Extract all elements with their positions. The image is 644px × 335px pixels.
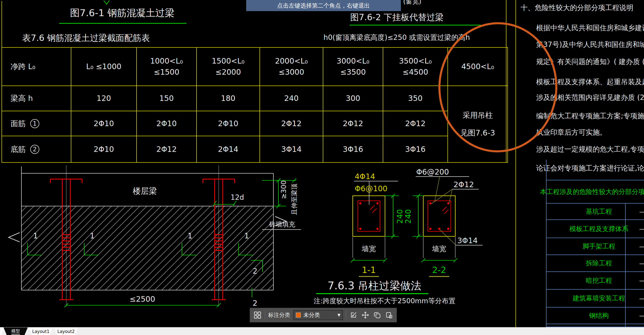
hanging-column-sections-drawing: 4Φ14 Φ6@100 240 墙宽 1-1 Φ6@200 2Φ12 3Φ14 [312,160,494,310]
section-mark-1: 1 [187,231,192,240]
span-text: ≤4500 [403,67,428,78]
section22-wall-width-label: 墙宽 [432,245,446,253]
tabbar-notch [0,327,5,335]
row-label: 建筑幕墙安装工程 [560,294,638,303]
row-label: 拆除工程 [560,259,638,268]
beam-height-cell: 300 [323,86,383,111]
section11-wall-width-label: 墙宽 [362,245,376,253]
section-mark-1: 1 [244,231,249,240]
category-color-swatch [296,313,301,318]
right-panel-line: 第37号)及中华人民共和国住房和城乡建 [536,40,644,49]
top-bar-cell: 2Φ10 [71,111,137,136]
row-header-span: 净跨 L₀ [2,48,71,86]
span-col-5: 3000<L₀≤3500 [323,48,383,86]
span-text: ≤3000 [279,67,304,78]
top-bar-cell: 2Φ10 [197,111,260,136]
toolbar-divider [346,311,346,320]
span-col-1: L₀ ≤1000 [71,48,137,86]
category-dropdown-value: 未分类 [303,311,335,319]
top-bar-cell: 2Φ12 [260,111,323,136]
section-mark-1: 1 [33,231,38,240]
section-mark-2: 2 [252,299,257,308]
detail-763-title: 7.6.3 吊柱过梁做法 [328,280,421,292]
tab-label: Layout1 [32,329,50,334]
section-mark-1: 1 [90,231,94,240]
row-header-bottom-bars: 底筋2 [2,136,71,162]
section22-stirrups-label: Φ6@200 [416,167,449,176]
section22-bottom-bars-label: 3Φ14 [457,236,478,245]
section-2-2: Φ6@200 2Φ12 3Φ14 240 墙宽 2-2 [404,167,482,277]
detail-title-underline [316,293,428,294]
span-text: ≤1500 [154,67,179,78]
section11-240-dim: 240 [395,209,404,224]
row-value-dash: — [639,312,644,319]
section-mark-2: 2 [252,267,257,275]
panel-table-row: 暗挖工程— [546,272,644,290]
right-panel-line: 执业印章后方可实施。 [536,128,607,137]
extend-to-beam-top-label: 且伸至梁顶 [291,184,298,215]
row-label: 梁高 h [11,93,33,104]
row-label: 模板工程及支撑体系 [560,225,638,233]
paste-icon[interactable] [385,310,394,320]
row-label: 钢结构 [560,311,638,320]
panel-table-row: 建筑幕墙安装工程— [546,290,644,308]
tab-layout1[interactable]: Layout1 [29,327,53,335]
detail-note: 注:跨度较大时吊柱按不大于2500mm等分布置 [314,297,455,305]
annotation-toolbar: 标注分类 未分类 ▼ [250,308,397,322]
panel-table-row: 基坑工程— [546,204,644,220]
top-bar-cell: 2Φ12 [323,111,383,136]
circled-2-badge: 2 [30,145,39,154]
tab-label: Layout2 [57,329,75,334]
right-panel-heading: 十、危险性较大的分部分项工程说明 [521,3,633,13]
panel-table-row: 模板工程及支撑体系— [546,220,644,238]
dangerous-works-table: 本工程涉及的危险性较大的分部分项工程 基坑工程— 模板工程及支撑体系— 脚手架工… [546,180,644,327]
row-label: 底筋 [11,144,26,155]
bottom-bar-cell: 2Φ14 [197,136,260,162]
right-panel-line: 涉及超过一定规模的危大工程,专项施工 [536,145,644,154]
span-text: 2000<L₀ [275,55,308,67]
floor-beam-label: 楼层梁 [133,186,157,196]
bottom-bar-cell: 3Φ14 [260,136,323,162]
section-1-1: 4Φ14 Φ6@100 240 墙宽 1-1 [351,172,404,277]
panel-table-leader-line [546,160,546,180]
copy-icon[interactable] [373,310,382,320]
figure1-title: 图7.6-1 钢筋混凝土过梁 [70,7,174,19]
cad-application-window: { "app": { "tooltip": "点击左键选择第二个角点，右键退出"… [0,0,644,335]
tab-model[interactable]: 模型 [4,327,28,335]
figure2-partial-label: (窗宽) [403,0,421,6]
status-bar: 模型 Layout1 Layout2 [0,327,644,335]
span-text: 3000<L₀ [337,55,369,67]
span-text: ≤3500 [340,67,366,78]
bottom-bar-cell: 2Φ12 [137,136,197,162]
section11-title: 1-1 [362,265,376,275]
bottom-bar-cell: 3Φ16 [383,136,448,162]
category-dropdown[interactable]: 未分类 ▼ [293,310,343,320]
row-value-dash: — [639,243,644,250]
row-value-dash: — [639,260,644,267]
span-text: 3500<L₀ [399,55,432,67]
row-label: 脚手架工程 [560,242,638,251]
dim-300-label: ≥300 [280,180,287,199]
row-label: 暗挖工程 [560,276,638,285]
panel-table-row: 拆除工程— [546,255,644,272]
masonry-hatch [22,206,273,290]
tab-label: 模型 [11,328,20,334]
row-value-dash: — [639,295,644,302]
tab-layout2[interactable]: Layout2 [54,327,78,335]
lintel-elevation-drawing: 楼层梁 12d 1 1 1 1 2 2 ≤2500 ≥300 且伸至梁顶 砖墙填… [8,163,310,315]
row-value-dash: — [639,208,644,215]
bottom-bar-cell: 2Φ10 [71,136,137,162]
circled-1-badge: 1 [30,119,39,128]
grid-icon[interactable] [253,310,262,320]
edit-annotation-icon[interactable] [349,310,358,320]
move-icon[interactable] [361,310,370,320]
lintel-rebar-table: 净跨 L₀ L₀ ≤1000 1000<L₀≤1500 1500<L₀≤2000… [2,47,508,163]
beam-height-cell: 240 [260,86,323,111]
section22-title: 2-2 [432,265,446,275]
toolbar-divider [265,311,265,320]
top-bar-cell: 2Φ12 [383,111,448,136]
row-value-dash: — [639,225,644,233]
span-text: ≤2000 [215,67,241,78]
osnap-marker-icon [103,0,112,5]
beam-height-cell: 180 [197,86,260,111]
